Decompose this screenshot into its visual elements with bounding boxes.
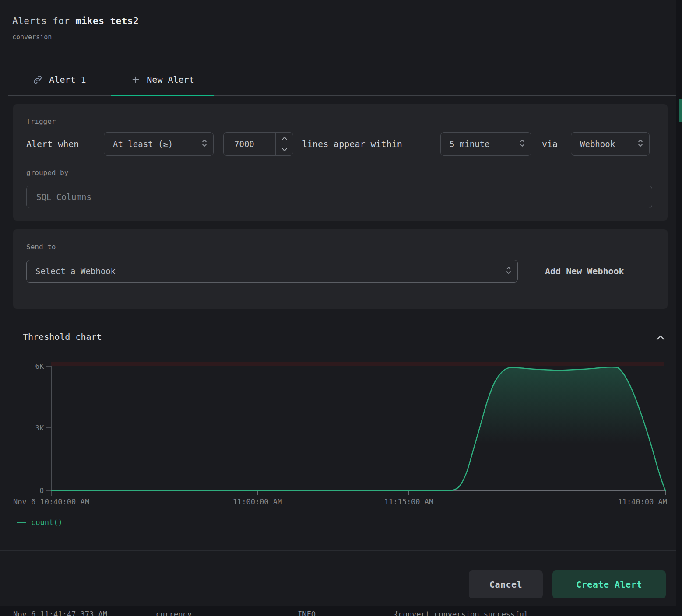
via-label: via	[542, 132, 558, 156]
log-timestamp: Nov 6 11:41:47.373 AM	[13, 610, 107, 616]
condition-select[interactable]: At least (≥)	[104, 132, 214, 156]
plus-icon	[131, 75, 141, 84]
log-message: {convert conversion successful	[394, 610, 528, 616]
grouped-by-label: grouped by	[26, 168, 68, 177]
y-axis-label-6k: 6K	[35, 363, 45, 371]
legend-series-label: count()	[31, 518, 63, 527]
chart-legend: count()	[17, 518, 63, 527]
tab-new-alert-label: New Alert	[147, 74, 194, 85]
x-axis-label-1140: 11:40:00 AM	[618, 497, 667, 506]
collapse-chart-button[interactable]	[653, 332, 668, 344]
spinner-up-button[interactable]	[276, 133, 293, 144]
page-title-prefix: Alerts for	[12, 16, 76, 26]
threshold-band	[51, 362, 664, 366]
grouped-by-input[interactable]	[26, 186, 652, 208]
threshold-spinner	[275, 133, 293, 155]
x-axis-label-1100: 11:00:00 AM	[233, 497, 282, 506]
threshold-input[interactable]	[224, 133, 275, 155]
channel-select[interactable]: Webhook	[571, 132, 650, 156]
tabs-active-indicator	[111, 94, 214, 96]
log-service: currency	[156, 610, 192, 616]
alert-config-screen: Nov 6 11:41:47.373 AM currency INFO {con…	[0, 0, 682, 616]
chevron-updown-icon	[637, 139, 644, 149]
send-to-panel: Send to Select a Webhook Add New Webhook	[13, 229, 668, 309]
alert-when-label: Alert when	[26, 132, 79, 156]
webhook-select-placeholder: Select a Webhook	[35, 266, 116, 276]
link-icon	[32, 74, 43, 85]
x-axis-label-1115: 11:15:00 AM	[384, 497, 434, 506]
chevron-updown-icon	[201, 139, 208, 149]
page-title: Alerts for mikes tets2	[12, 16, 139, 26]
channel-select-value: Webhook	[580, 139, 615, 149]
footer-divider	[0, 550, 676, 551]
time-window-select[interactable]: 5 minute	[440, 132, 531, 156]
legend-line-swatch	[17, 522, 26, 523]
alerts-modal: Alerts for mikes tets2 conversion Alert …	[0, 0, 676, 606]
webhook-select[interactable]: Select a Webhook	[26, 260, 518, 283]
tabs-underline	[8, 94, 676, 96]
background-log-row: Nov 6 11:41:47.373 AM currency INFO {con…	[0, 610, 682, 616]
chevron-up-icon	[654, 333, 667, 342]
lines-appear-label: lines appear within	[302, 132, 402, 156]
threshold-chart-title: Threshold chart	[23, 332, 102, 342]
spinner-down-button[interactable]	[276, 144, 293, 155]
chevron-updown-icon	[519, 139, 526, 149]
time-window-select-value: 5 minute	[450, 139, 490, 149]
create-alert-button[interactable]: Create Alert	[552, 570, 666, 598]
send-to-section-label: Send to	[26, 243, 56, 251]
condition-select-value: At least (≥)	[113, 139, 173, 149]
threshold-input-group	[223, 132, 293, 156]
background-page-fragment	[679, 99, 682, 122]
y-axis-label-3k: 3K	[35, 424, 45, 432]
x-axis-label-start: Nov 6 10:40:00 AM	[13, 497, 89, 506]
trigger-section-label: Trigger	[26, 117, 56, 126]
tab-alert-1-label: Alert 1	[49, 74, 86, 85]
series-area-fill	[51, 367, 665, 490]
tab-new-alert[interactable]: New Alert	[111, 66, 214, 94]
log-level: INFO	[298, 610, 316, 616]
trigger-panel: Trigger Alert when At least (≥)	[13, 104, 668, 220]
cancel-button[interactable]: Cancel	[469, 570, 543, 598]
page-title-name: mikes tets2	[76, 16, 139, 26]
tab-alert-1[interactable]: Alert 1	[8, 66, 111, 94]
page-subtitle: conversion	[12, 33, 52, 41]
threshold-chart: 6K 3K 0 Nov 6 10:40:00 AM 11:00:00 AM 11…	[0, 346, 682, 534]
chevron-updown-icon	[505, 266, 512, 276]
add-new-webhook-button[interactable]: Add New Webhook	[545, 260, 624, 283]
y-axis-label-0: 0	[39, 487, 44, 495]
